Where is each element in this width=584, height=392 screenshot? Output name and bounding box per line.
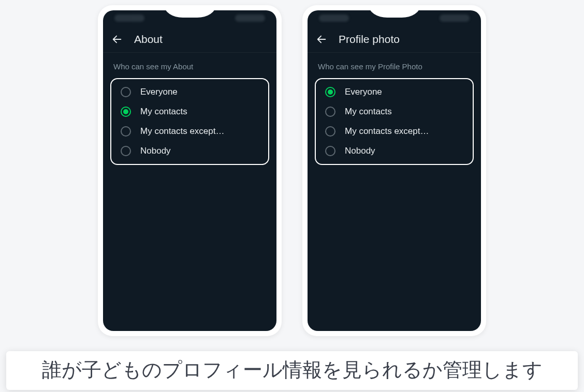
status-left-blur [319, 14, 349, 22]
caption-card: 誰が子どものプロフィール情報を見られるか管理します [6, 351, 578, 390]
back-arrow-icon[interactable] [111, 34, 123, 45]
section-label: Who can see my About [103, 53, 276, 76]
radio-option-my-contacts-except[interactable]: My contacts except… [111, 122, 268, 141]
radio-option-my-contacts[interactable]: My contacts [111, 102, 268, 122]
radio-label: Everyone [140, 87, 178, 97]
radio-icon [121, 146, 131, 156]
phone-screen: Profile photo Who can see my Profile Pho… [308, 10, 481, 331]
radio-icon [121, 87, 131, 97]
radio-label: My contacts [140, 107, 187, 117]
radio-option-my-contacts[interactable]: My contacts [316, 102, 473, 122]
phone-mockup-about: About Who can see my About Everyone My c… [98, 5, 282, 336]
radio-option-nobody[interactable]: Nobody [316, 141, 473, 161]
options-highlight-box: Everyone My contacts My contacts except…… [315, 78, 474, 165]
status-right-blur [235, 14, 265, 22]
radio-icon [325, 126, 335, 137]
app-bar: About [103, 26, 276, 53]
appbar-title: About [134, 33, 163, 46]
radio-icon [325, 146, 335, 156]
phone-mockup-profile-photo: Profile photo Who can see my Profile Pho… [302, 5, 486, 336]
appbar-title: Profile photo [339, 33, 400, 46]
radio-option-nobody[interactable]: Nobody [111, 141, 268, 161]
app-bar: Profile photo [308, 26, 481, 53]
radio-option-everyone[interactable]: Everyone [316, 82, 473, 102]
radio-icon [325, 107, 335, 117]
section-label: Who can see my Profile Photo [308, 53, 481, 76]
caption-text: 誰が子どものプロフィール情報を見られるか管理します [17, 357, 567, 383]
radio-option-everyone[interactable]: Everyone [111, 82, 268, 102]
radio-option-my-contacts-except[interactable]: My contacts except… [316, 122, 473, 141]
radio-label: My contacts except… [345, 126, 429, 137]
radio-label: My contacts [345, 107, 392, 117]
status-left-blur [114, 14, 144, 22]
radio-icon [325, 87, 335, 97]
phone-screen: About Who can see my About Everyone My c… [103, 10, 276, 331]
back-arrow-icon[interactable] [316, 34, 327, 45]
radio-label: My contacts except… [140, 126, 225, 137]
radio-label: Nobody [140, 146, 171, 156]
radio-label: Everyone [345, 87, 382, 97]
status-right-blur [440, 14, 470, 22]
radio-icon [121, 107, 131, 117]
radio-icon [121, 126, 131, 137]
stage: About Who can see my About Everyone My c… [0, 0, 584, 392]
options-highlight-box: Everyone My contacts My contacts except…… [110, 78, 269, 165]
radio-label: Nobody [345, 146, 375, 156]
